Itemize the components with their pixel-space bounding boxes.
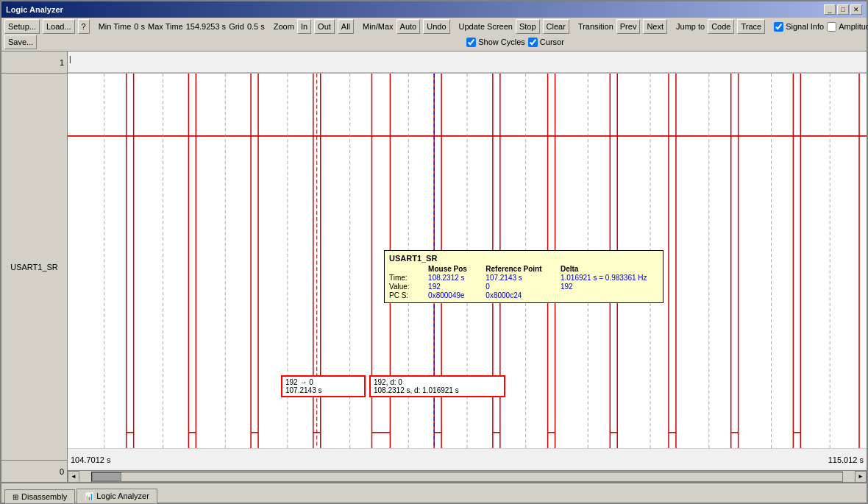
maximize-button[interactable]: □: [837, 4, 849, 15]
zoom-in-button[interactable]: In: [297, 19, 311, 34]
close-button[interactable]: ✕: [850, 4, 862, 15]
main-window: Logic Analyzer _ □ ✕ Setup... Load... ? …: [0, 0, 868, 504]
tooltip-time-mouse: 108.2312 s: [428, 274, 478, 282]
tooltip-value-ref: 0: [485, 283, 553, 291]
max-time-value: 154.9253 s: [186, 22, 226, 31]
tooltip-refpoint-header: Reference Point: [485, 265, 553, 273]
info-box-2-line1: 192, d: 0: [374, 378, 501, 386]
tooltip-grid: Mouse Pos Reference Point Delta Time: 10…: [389, 265, 658, 299]
tooltip-popup: USART1_SR Mouse Pos Reference Point Delt…: [384, 250, 664, 303]
status-bar: ⊞ Disassembly 📊 Logic Analyzer: [1, 482, 867, 503]
waveform-canvas[interactable]: USART1_SR Mouse Pos Reference Point Delt…: [68, 74, 867, 448]
load-button[interactable]: Load...: [43, 19, 75, 34]
time-bottom: 104.7012 s 115.012 s: [68, 448, 867, 470]
signal-info-group: Signal Info: [774, 22, 824, 32]
tooltip-pc-delta: [561, 291, 658, 299]
scroll-thumb[interactable]: [92, 472, 121, 481]
zoom-label: Zoom: [274, 22, 294, 31]
tooltip-pc-ref: 0x8000c24: [485, 291, 553, 299]
signal-info-label: Signal Info: [786, 22, 824, 31]
max-time-label: Max Time: [148, 22, 183, 31]
show-cycles-checkbox[interactable]: [466, 38, 476, 47]
save-button[interactable]: Save...: [4, 35, 37, 49]
logic-analyzer-tab-label: Logic Analyzer: [96, 491, 149, 500]
tooltip-title: USART1_SR: [389, 254, 658, 263]
info-box-2-line2: 108.2312 s, d: 1.016921 s: [374, 386, 501, 394]
update-screen-label: Update Screen: [459, 22, 513, 31]
signal-info-checkbox[interactable]: [774, 22, 783, 32]
cursor-group: Cursor: [528, 38, 564, 47]
tooltip-value-label: Value:: [389, 283, 421, 291]
horizontal-scrollbar[interactable]: ◄ ►: [68, 470, 867, 482]
auto-button[interactable]: Auto: [396, 19, 421, 34]
disassembly-icon: ⊞: [13, 493, 18, 501]
logic-analyzer-icon: 📊: [85, 492, 93, 500]
tab-logic-analyzer[interactable]: 📊 Logic Analyzer: [77, 489, 157, 503]
title-bar: Logic Analyzer _ □ ✕: [1, 1, 867, 18]
toolbar-row1: Setup... Load... ? Min Time 0 s Max Time…: [4, 19, 864, 34]
disassembly-tab-label: Disassembly: [21, 492, 67, 501]
cursor-label: Cursor: [540, 38, 564, 46]
setup-button[interactable]: Setup...: [4, 19, 40, 34]
tooltip-value-mouse: 192: [428, 283, 478, 291]
amplitude-label: Amplitude: [839, 22, 868, 31]
grid-value: 0.5 s: [247, 22, 265, 31]
prev-button[interactable]: Prev: [616, 19, 641, 34]
signal-label-top: 1: [1, 52, 67, 74]
time-right: 115.012 s: [828, 455, 864, 464]
tooltip-time-label: Time:: [389, 274, 421, 282]
next-button[interactable]: Next: [643, 19, 667, 34]
zoom-all-button[interactable]: All: [338, 19, 354, 34]
amplitude-group: Amplitude: [827, 22, 868, 32]
svg-text:|: |: [69, 55, 71, 63]
tooltip-pc-mouse: 0x800049e: [428, 291, 478, 299]
tooltip-pc-label: PC S:: [389, 291, 421, 299]
minmax-label: Min/Max: [363, 22, 394, 31]
trace-button[interactable]: Trace: [737, 19, 765, 34]
tooltip-delta-header: Delta: [561, 265, 658, 273]
scroll-right-button[interactable]: ►: [855, 471, 867, 483]
tooltip-mousepos-header: Mouse Pos: [428, 265, 478, 273]
info-box-2: 192, d: 0 108.2312 s, d: 1.016921 s: [369, 375, 505, 397]
min-time-label: Min Time: [99, 22, 132, 31]
code-button[interactable]: Code: [708, 19, 734, 34]
ruler-svg: |: [68, 52, 867, 74]
title-bar-buttons: _ □ ✕: [824, 4, 862, 15]
cursor-checkbox[interactable]: [528, 38, 538, 47]
toolbar-container: Setup... Load... ? Min Time 0 s Max Time…: [1, 18, 867, 52]
scroll-left-button[interactable]: ◄: [68, 471, 79, 483]
signal-name-label: USART1_SR: [1, 74, 67, 460]
tooltip-time-delta: 1.016921 s = 0.983361 Hz: [561, 274, 658, 282]
tooltip-value-delta: 192: [561, 283, 658, 291]
waveform-area[interactable]: |: [68, 52, 867, 482]
scroll-track[interactable]: [91, 472, 843, 482]
tooltip-time-ref: 107.2143 s: [485, 274, 553, 282]
amplitude-checkbox[interactable]: [827, 22, 836, 32]
tab-disassembly[interactable]: ⊞ Disassembly: [4, 489, 75, 503]
show-cycles-label: Show Cycles: [478, 38, 525, 46]
undo-button[interactable]: Undo: [423, 19, 449, 34]
y-top-value: 1: [60, 58, 64, 67]
info-box-1-line2: 107.2143 s: [285, 386, 361, 394]
window-title: Logic Analyzer: [6, 5, 63, 14]
time-ruler: |: [68, 52, 867, 74]
y-bottom-value: 0: [60, 467, 64, 476]
time-left: 104.7012 s: [71, 455, 110, 464]
toolbar-row2: Save... Show Cycles Cursor: [4, 35, 864, 49]
help-button[interactable]: ?: [78, 19, 90, 34]
min-time-value: 0 s: [134, 22, 145, 31]
clear-button[interactable]: Clear: [543, 19, 569, 34]
info-box-1: 192 → 0 107.2143 s: [281, 375, 366, 397]
tab-bar: ⊞ Disassembly 📊 Logic Analyzer: [1, 483, 162, 503]
grid-label: Grid: [229, 22, 244, 31]
info-box-1-line1: 192 → 0: [285, 378, 361, 386]
signal-labels: 1 USART1_SR 0: [1, 52, 68, 482]
transition-label: Transition: [578, 22, 613, 31]
tooltip-empty: [389, 265, 421, 273]
signal-label-bottom: 0: [1, 460, 67, 482]
zoom-out-button[interactable]: Out: [314, 19, 335, 34]
jump-to-label: Jump to: [676, 22, 705, 31]
stop-button[interactable]: Stop: [516, 19, 540, 34]
signal-name: USART1_SR: [10, 263, 58, 271]
minimize-button[interactable]: _: [824, 4, 836, 15]
